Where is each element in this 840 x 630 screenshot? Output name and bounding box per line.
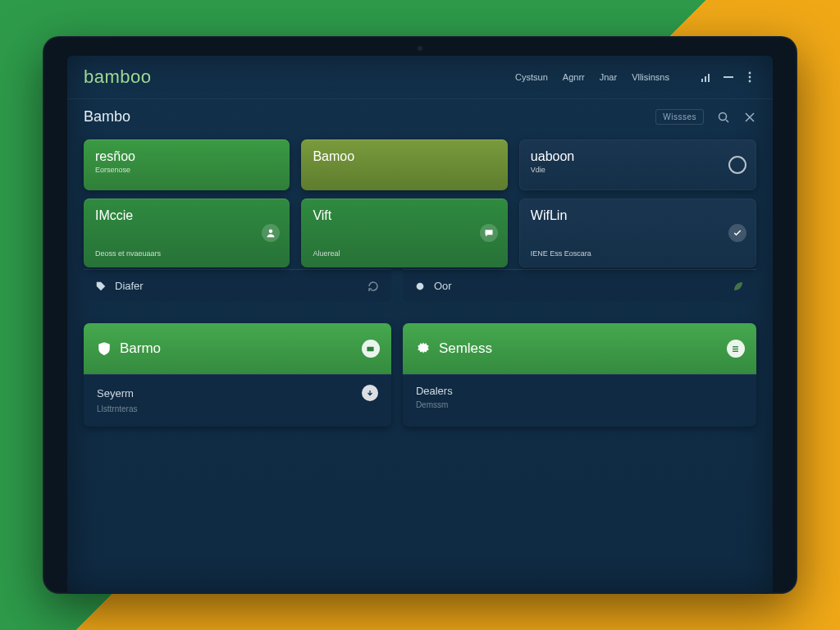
- tile-header: Barmo: [84, 323, 391, 374]
- card-row-1: resñoo Eorsenose Bamoo uaboon Vdie: [84, 139, 756, 190]
- tag-icon: [95, 281, 107, 292]
- card-badge-icon: [362, 340, 380, 358]
- card-row-2: IMccie Deoss et nvaeuaars Vift Aluereal …: [84, 199, 756, 267]
- tile-row-label: Seyerm: [97, 387, 134, 399]
- card-title: IMccie: [95, 208, 278, 223]
- tile-title: Semless: [439, 340, 492, 357]
- search-icon[interactable]: [717, 111, 730, 124]
- card-subtitle: IENE Ess Eoscara: [531, 249, 745, 258]
- nav-link-1[interactable]: Cystsun: [515, 72, 548, 82]
- svg-point-4: [749, 72, 751, 75]
- sub-header-actions: Wissses: [655, 109, 756, 125]
- svg-point-11: [269, 230, 273, 234]
- arrow-down-icon[interactable]: [362, 385, 378, 401]
- top-bar: bamboo Cystsun Agnrr Jnar Vllisinsns: [67, 56, 773, 98]
- leaf-icon: [732, 280, 745, 293]
- card-subtitle: Aluereal: [313, 249, 495, 258]
- svg-rect-14: [733, 346, 739, 347]
- circle-icon: [728, 156, 746, 174]
- chat-icon: [480, 224, 498, 242]
- signal-icon: [701, 71, 714, 84]
- svg-point-12: [417, 282, 424, 290]
- tile-semless[interactable]: Semless Dealers Demssm: [403, 323, 756, 427]
- minus-icon: [722, 71, 735, 84]
- gear-icon: [416, 341, 431, 356]
- svg-point-7: [719, 112, 727, 120]
- card-wiflin[interactable]: WifLin IENE Ess Eoscara: [519, 199, 756, 267]
- toggle-row-oor[interactable]: Oor: [403, 269, 756, 302]
- refresh-icon: [367, 280, 380, 293]
- svg-point-5: [749, 76, 751, 79]
- toggle-label: Oor: [434, 280, 452, 292]
- card-subtitle: Deoss et nvaeuaars: [95, 249, 278, 258]
- tablet-camera: [418, 46, 422, 51]
- close-icon[interactable]: [743, 111, 756, 124]
- user-icon: [262, 224, 280, 242]
- card-bamoo[interactable]: Bamoo: [301, 139, 507, 190]
- nav-link-2[interactable]: Agnrr: [563, 72, 585, 82]
- svg-rect-1: [705, 76, 706, 82]
- card-imccie[interactable]: IMccie Deoss et nvaeuaars: [84, 199, 290, 267]
- card-title: uaboon: [531, 149, 745, 164]
- page-title: Bambo: [84, 108, 130, 126]
- svg-line-8: [726, 120, 728, 122]
- toggle-label: Diafer: [115, 280, 144, 292]
- tile-header: Semless: [403, 323, 756, 374]
- card-title: Vift: [313, 208, 495, 223]
- nav-link-3[interactable]: Jnar: [600, 72, 617, 82]
- list-badge-icon: [727, 340, 745, 358]
- check-icon: [728, 224, 746, 242]
- toggle-row-diafer[interactable]: Diafer: [84, 269, 391, 302]
- tablet-frame: bamboo Cystsun Agnrr Jnar Vllisinsns Bam…: [43, 36, 797, 594]
- svg-rect-16: [733, 350, 739, 351]
- svg-rect-15: [733, 348, 739, 349]
- card-title: Bamoo: [313, 149, 495, 164]
- menu-dots-icon[interactable]: [743, 71, 756, 84]
- top-nav: Cystsun Agnrr Jnar Vllisinsns: [515, 71, 756, 84]
- svg-rect-2: [708, 74, 710, 82]
- card-title: resñoo: [95, 149, 278, 164]
- tile-body: Dealers Demssm: [403, 374, 756, 422]
- nav-link-4[interactable]: Vllisinsns: [632, 72, 669, 82]
- top-status-icons: [701, 71, 756, 84]
- toggle-row-pair: Diafer Oor: [84, 276, 756, 302]
- card-uaboon[interactable]: uaboon Vdie: [519, 139, 756, 190]
- app-screen: bamboo Cystsun Agnrr Jnar Vllisinsns Bam…: [67, 56, 773, 594]
- brand-logo[interactable]: bamboo: [84, 66, 152, 88]
- tile-row-label: Dealers: [416, 385, 453, 397]
- svg-rect-3: [724, 76, 733, 78]
- shield-icon: [97, 341, 112, 356]
- content-area: resñoo Eorsenose Bamoo uaboon Vdie: [67, 135, 773, 594]
- tile-row-sub: Llsttrnteras: [97, 404, 378, 413]
- card-resnoo[interactable]: resñoo Eorsenose: [84, 139, 290, 190]
- svg-rect-13: [368, 346, 374, 351]
- tile-barmo[interactable]: Barmo Seyerm Llsttrnteras: [84, 323, 391, 427]
- svg-point-6: [749, 80, 751, 83]
- card-subtitle: Vdie: [531, 166, 745, 174]
- filter-chip[interactable]: Wissses: [655, 109, 704, 125]
- card-title: WifLin: [531, 208, 745, 223]
- svg-rect-0: [701, 79, 703, 82]
- tile-title: Barmo: [120, 340, 161, 357]
- card-subtitle: Eorsenose: [95, 166, 278, 174]
- tile-row: Barmo Seyerm Llsttrnteras Semles: [84, 323, 756, 427]
- tile-body: Seyerm Llsttrnteras: [84, 374, 391, 427]
- tile-row-sub: Demssm: [416, 400, 743, 409]
- card-vift[interactable]: Vift Aluereal: [301, 199, 507, 267]
- dot-icon: [414, 281, 426, 292]
- sub-header: Bambo Wissses: [67, 98, 773, 135]
